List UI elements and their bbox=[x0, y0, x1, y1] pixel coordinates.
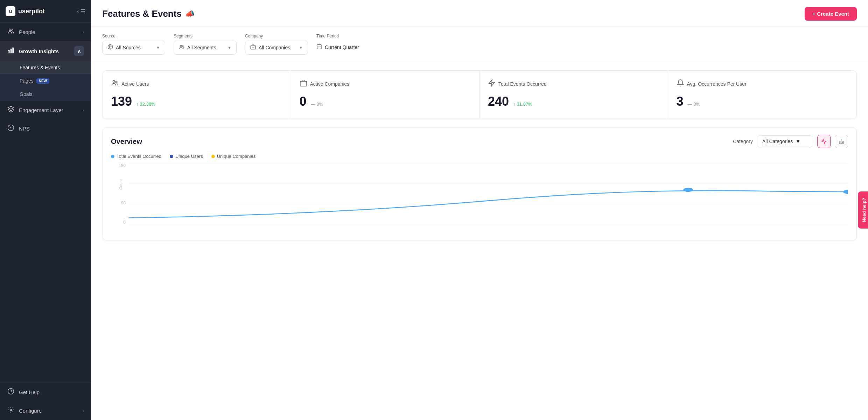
create-event-button[interactable]: + Create Event bbox=[805, 7, 857, 21]
svg-point-22 bbox=[115, 81, 117, 83]
time-period-filter-group: Time Period Current Quarter bbox=[316, 34, 359, 55]
time-period-filter-label: Time Period bbox=[316, 34, 359, 38]
need-help-label: Need help? bbox=[861, 198, 867, 222]
segments-icon bbox=[179, 44, 184, 51]
svg-rect-3 bbox=[10, 49, 11, 53]
time-period-filter-value: Current Quarter bbox=[325, 44, 359, 50]
svg-point-12 bbox=[180, 45, 182, 47]
svg-point-13 bbox=[182, 46, 183, 47]
active-companies-change-arrow: — bbox=[311, 102, 315, 107]
avg-occurrences-change-value: 0% bbox=[694, 102, 700, 107]
page-title-area: Features & Events 📣 bbox=[102, 8, 195, 19]
people-icon bbox=[7, 28, 15, 36]
people-chevron-icon: › bbox=[83, 30, 84, 35]
active-users-value: 139 bbox=[111, 94, 132, 109]
configure-icon bbox=[7, 406, 15, 415]
engagement-layer-icon bbox=[7, 106, 15, 114]
company-filter-select[interactable]: All Companies ▼ bbox=[245, 41, 308, 55]
overview-title: Overview bbox=[111, 138, 142, 146]
avg-occurrences-change: — 0% bbox=[688, 102, 700, 107]
overview-header: Overview Category All Categories ▼ bbox=[103, 128, 856, 154]
svg-rect-23 bbox=[300, 81, 306, 86]
goals-label: Goals bbox=[20, 91, 33, 97]
source-filter-label: Source bbox=[102, 34, 165, 38]
svg-point-9 bbox=[10, 409, 12, 411]
sidebar-collapse-button[interactable]: ‹ ☰ bbox=[77, 8, 85, 15]
avg-occurrences-label: Avg. Occurrences Per User bbox=[687, 81, 747, 87]
configure-chevron-icon: › bbox=[83, 408, 84, 413]
stat-card-avg-occurrences: Avg. Occurrences Per User 3 — 0% bbox=[668, 71, 857, 119]
active-companies-change-value: 0% bbox=[317, 102, 323, 107]
company-filter-label: Company bbox=[245, 34, 308, 38]
pages-label: Pages bbox=[20, 78, 34, 84]
chart-svg bbox=[128, 163, 848, 225]
total-events-icon bbox=[488, 79, 496, 89]
source-icon bbox=[107, 44, 113, 51]
sidebar-item-pages[interactable]: Pages NEW bbox=[0, 74, 91, 88]
get-help-icon bbox=[7, 388, 15, 397]
chart-legend: Total Events Occurred Unique Users Uniqu… bbox=[103, 154, 856, 163]
sidebar-item-people[interactable]: People › bbox=[0, 23, 91, 41]
avg-occurrences-change-arrow: — bbox=[688, 102, 692, 107]
source-filter-group: Source All Sources ▼ bbox=[102, 34, 165, 55]
company-filter-value: All Companies bbox=[259, 45, 296, 50]
source-filter-select[interactable]: All Sources ▼ bbox=[102, 41, 165, 55]
growth-insights-icon bbox=[7, 47, 15, 56]
chart-type-line-button[interactable] bbox=[817, 135, 831, 148]
total-events-label: Total Events Occurred bbox=[498, 81, 547, 87]
sidebar-item-engagement-layer[interactable]: Engagement Layer › bbox=[0, 101, 91, 119]
stat-card-active-companies: Active Companies 0 — 0% bbox=[291, 71, 480, 119]
active-companies-change: — 0% bbox=[311, 102, 323, 107]
legend-unique-users: Unique Users bbox=[170, 154, 203, 159]
legend-total-events: Total Events Occurred bbox=[111, 154, 161, 159]
features-events-label: Features & Events bbox=[20, 65, 60, 70]
category-select[interactable]: All Categories ▼ bbox=[757, 135, 813, 147]
logo-symbol: u bbox=[9, 8, 12, 14]
sidebar-item-features-events[interactable]: Features & Events bbox=[0, 61, 91, 74]
sidebar-item-configure-label: Configure bbox=[19, 408, 42, 414]
sidebar-item-get-help-label: Get Help bbox=[19, 389, 40, 395]
sidebar-item-goals[interactable]: Goals bbox=[0, 88, 91, 101]
company-icon bbox=[250, 44, 256, 51]
svg-rect-27 bbox=[842, 142, 844, 144]
time-period-filter-select[interactable]: Current Quarter bbox=[316, 41, 359, 54]
legend-label-unique-companies: Unique Companies bbox=[217, 154, 256, 159]
sidebar-item-get-help[interactable]: Get Help bbox=[0, 383, 91, 401]
active-users-change-value: 32.38% bbox=[140, 102, 155, 107]
segments-chevron-icon: ▼ bbox=[227, 46, 231, 50]
legend-dot-unique-users bbox=[170, 155, 173, 158]
legend-dot-total-events bbox=[111, 155, 114, 158]
stat-card-total-events: Total Events Occurred 240 ↑ 31.87% bbox=[479, 71, 668, 119]
chart-type-bar-button[interactable] bbox=[835, 135, 848, 148]
calendar-icon bbox=[316, 44, 322, 51]
active-companies-value: 0 bbox=[300, 94, 307, 109]
sidebar-item-configure[interactable]: Configure › bbox=[0, 401, 91, 420]
sidebar-item-people-label: People bbox=[19, 29, 35, 35]
main-content: Features & Events 📣 + Create Event Sourc… bbox=[91, 0, 868, 420]
sidebar-item-growth-insights[interactable]: Growth Insights ∧ bbox=[0, 41, 91, 61]
legend-dot-unique-companies bbox=[211, 155, 215, 158]
active-companies-icon bbox=[300, 79, 307, 89]
avg-occurrences-icon bbox=[677, 79, 684, 89]
svg-point-33 bbox=[843, 190, 848, 194]
avg-occurrences-value: 3 bbox=[677, 94, 684, 109]
svg-point-32 bbox=[683, 188, 693, 192]
page-title: Features & Events bbox=[102, 8, 182, 19]
growth-insights-toggle-icon: ∧ bbox=[74, 46, 84, 56]
need-help-button[interactable]: Need help? bbox=[858, 191, 868, 229]
filters-bar: Source All Sources ▼ Segments All Segmen… bbox=[91, 27, 868, 62]
create-event-label: + Create Event bbox=[812, 11, 849, 17]
stat-card-active-users: Active Users 139 ↑ 32.38% bbox=[103, 71, 291, 119]
legend-unique-companies: Unique Companies bbox=[211, 154, 256, 159]
segments-filter-select[interactable]: All Segments ▼ bbox=[174, 41, 237, 55]
svg-point-21 bbox=[113, 80, 115, 83]
megaphone-icon: 📣 bbox=[185, 9, 195, 19]
sidebar-header: u userpilot ‹ ☰ bbox=[0, 0, 91, 23]
total-events-change-value: 31.87% bbox=[517, 102, 532, 107]
total-events-change-arrow: ↑ bbox=[513, 102, 516, 107]
collapse-icon: ‹ ☰ bbox=[77, 8, 85, 15]
y-axis-label: Count bbox=[118, 179, 122, 189]
segments-filter-label: Segments bbox=[174, 34, 237, 38]
sidebar-item-nps[interactable]: NPS bbox=[0, 119, 91, 138]
svg-point-6 bbox=[10, 127, 11, 128]
